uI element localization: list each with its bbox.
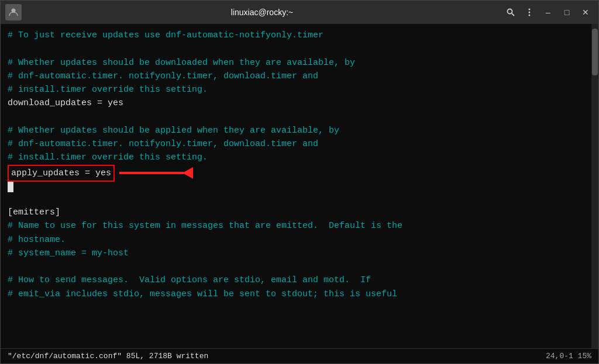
line-12: # How to send messages. Valid options ar… xyxy=(8,273,584,287)
apply-updates-line: apply_updates = yes xyxy=(8,165,115,182)
line-4: # install.timer override this setting. xyxy=(8,83,584,96)
red-arrow xyxy=(119,167,193,179)
line-emitters: [emitters] xyxy=(8,206,584,219)
arrow-line xyxy=(119,172,184,174)
line-8: # install.timer override this setting. xyxy=(8,151,584,164)
svg-point-3 xyxy=(529,9,531,11)
line-blank-2 xyxy=(8,110,584,124)
statusbar: "/etc/dnf/automatic.conf" 85L, 2718B wri… xyxy=(1,348,598,363)
svg-line-2 xyxy=(512,13,514,16)
svg-point-4 xyxy=(529,12,531,13)
scrollbar[interactable] xyxy=(591,24,598,348)
terminal-content[interactable]: # To just receive updates use dnf-automa… xyxy=(1,24,591,348)
cursor-line xyxy=(8,182,584,192)
close-button[interactable]: ✕ xyxy=(577,4,594,20)
arrow-head xyxy=(183,167,193,179)
window-title: linuxiac@rocky:~ xyxy=(22,8,502,17)
highlighted-line-row: apply_updates = yes xyxy=(8,165,584,182)
line-5: download_updates = yes xyxy=(8,96,584,110)
line-13: # emit_via includes stdio, messages will… xyxy=(8,287,584,301)
menu-button[interactable] xyxy=(521,4,538,20)
statusbar-right: 24,0-1 15% xyxy=(546,352,591,360)
maximize-button[interactable]: □ xyxy=(559,4,575,20)
line-9: # Name to use for this system in message… xyxy=(8,219,584,233)
titlebar-controls: – □ ✕ xyxy=(502,4,594,20)
svg-point-5 xyxy=(529,15,531,16)
line-1: # To just receive updates use dnf-automa… xyxy=(8,29,584,42)
line-10: # hostname. xyxy=(8,233,584,247)
titlebar-left xyxy=(5,4,22,20)
line-3: # dnf-automatic.timer. notifyonly.timer,… xyxy=(8,70,584,83)
titlebar: linuxiac@rocky:~ – □ xyxy=(1,1,598,24)
line-11: # system_name = my-host xyxy=(8,247,584,260)
terminal-wrapper: # To just receive updates use dnf-automa… xyxy=(1,24,598,348)
line-6: # Whether updates should be applied when… xyxy=(8,124,584,137)
line-2: # Whether updates should be downloaded w… xyxy=(8,56,584,70)
cursor-block xyxy=(8,182,13,192)
avatar-icon xyxy=(5,4,22,20)
statusbar-left: "/etc/dnf/automatic.conf" 85L, 2718B wri… xyxy=(8,352,208,360)
search-button[interactable] xyxy=(502,4,519,20)
line-7: # dnf-automatic.timer. notifyonly.timer,… xyxy=(8,137,584,151)
terminal-window: linuxiac@rocky:~ – □ xyxy=(0,0,599,364)
minimize-button[interactable]: – xyxy=(540,4,556,20)
line-blank-3 xyxy=(8,192,584,206)
svg-point-1 xyxy=(508,9,512,14)
line-blank-1 xyxy=(8,42,584,56)
scrollbar-thumb[interactable] xyxy=(592,29,598,75)
line-blank-4 xyxy=(8,260,584,273)
